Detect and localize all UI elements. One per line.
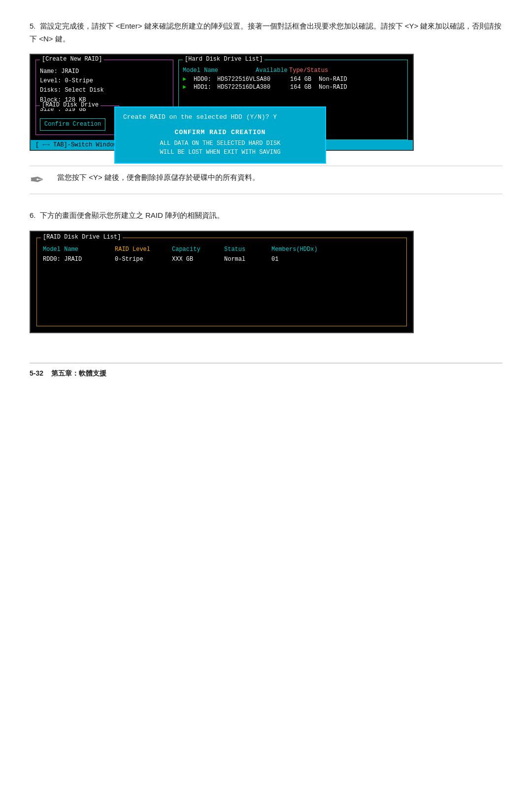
hdd1-drive: HDD1:	[194, 84, 213, 91]
row-cap: XXX GB	[172, 256, 216, 263]
screenshot2: [RAID Disk Drive List] Model Name RAID L…	[30, 231, 414, 333]
col-model-head: Model Name	[43, 246, 107, 253]
hdd0-drive: HDD0:	[194, 76, 213, 83]
dialog-prompt-text: Create RAID on the selected HDD (Y/N)? Y	[123, 113, 317, 121]
col-type-header: Type/Status	[289, 67, 328, 74]
footer-chapter: 第五章：軟體支援	[51, 369, 106, 377]
hdd0-avail: 164 GB	[290, 76, 315, 83]
raid-list-row: RDD0: JRAID 0-Stripe XXX GB Normal 01	[43, 256, 400, 263]
row-model: RDD0: JRAID	[43, 256, 107, 263]
col-cap-head: Capacity	[172, 246, 216, 253]
row-level: 0-Stripe	[115, 256, 164, 263]
screenshot1: [Create New RAID] Name: JRAID Level: 0-S…	[30, 54, 414, 151]
step6-number: 6.	[30, 211, 36, 219]
hdd-table-header: Model Name Available Type/Status	[183, 67, 403, 74]
footer-page: 5-32	[30, 369, 43, 377]
confirm-dialog: Create RAID on the selected HDD (Y/N)? Y…	[114, 106, 326, 164]
page-footer: 5-32 第五章：軟體支援	[30, 363, 502, 378]
page-content: 5. 當設定完成後，請按下 <Enter> 鍵來確認您所建立的陣列設置。接著一個…	[30, 20, 502, 378]
raid-disks: Disks: Select Disk	[40, 86, 169, 95]
note-box: ✒ 當您按下 <Y> 鍵後，便會刪除掉原儲存於硬碟中的所有資料。	[30, 166, 502, 194]
col-model-header: Model Name	[183, 67, 252, 74]
step5-body: 當設定完成後，請按下 <Enter> 鍵來確認您所建立的陣列設置。接著一個對話框…	[30, 22, 501, 43]
col-status-head: Status	[224, 246, 264, 253]
hdd1-row: ► HDD1: HDS722516DLA380 164 GB Non-RAID	[183, 84, 403, 91]
raid-level: Level: 0-Stripe	[40, 76, 169, 86]
dialog-confirm-title: CONFIRM RAID CREATION	[123, 129, 317, 136]
dialog-warning: ALL DATA ON THE SELECTED HARD DISK WILL …	[123, 139, 317, 157]
row-status: Normal	[224, 256, 264, 263]
hdd0-model: HDS722516VLSA80	[217, 76, 286, 83]
hdd-list-title: [Hard Disk Drive List]	[183, 56, 265, 63]
hdd0-row: ► HDD0: HDS722516VLSA80 164 GB Non-RAID	[183, 76, 403, 83]
note-text: 當您按下 <Y> 鍵後，便會刪除掉原儲存於硬碟中的所有資料。	[57, 171, 260, 184]
hdd-table: Model Name Available Type/Status ► HDD0:…	[183, 67, 403, 91]
hdd1-avail: 164 GB	[290, 84, 315, 91]
row-members: 01	[271, 256, 278, 263]
raid-name: Name: JRAID	[40, 67, 169, 76]
hdd0-arrow: ►	[183, 76, 190, 83]
note-icon: ✒	[30, 171, 49, 189]
raid-disk-drive-panel: [RAID Disk Drive	[35, 105, 119, 135]
raid-list-panel: [RAID Disk Drive List] Model Name RAID L…	[36, 238, 407, 326]
dialog-warning-line1: ALL DATA ON THE SELECTED HARD DISK	[160, 140, 281, 147]
col-available-header: Available	[256, 67, 285, 74]
step6-section: 6. 下方的畫面便會顯示您所建立之 RAID 陣列的相關資訊。 [RAID Di…	[30, 209, 502, 333]
hdd1-type: Non-RAID	[319, 84, 347, 91]
step6-text: 6. 下方的畫面便會顯示您所建立之 RAID 陣列的相關資訊。	[30, 209, 502, 222]
hdd1-model: HDS722516DLA380	[217, 84, 286, 91]
dialog-warning-line2: WILL BE LOST WHEN EXIT WITH SAVING	[160, 149, 281, 156]
hdd1-arrow: ►	[183, 84, 190, 91]
screen1-body: [Create New RAID] Name: JRAID Level: 0-S…	[31, 55, 413, 140]
col-members-head: Members(HDDx)	[271, 246, 318, 253]
step6-body: 下方的畫面便會顯示您所建立之 RAID 陣列的相關資訊。	[40, 211, 224, 219]
create-new-raid-title: [Create New RAID]	[40, 56, 104, 63]
status-tab: [ ←→ TAB]-Switch Window	[35, 141, 117, 148]
raid-list-panel-title: [RAID Disk Drive List]	[41, 234, 123, 241]
step5-number: 5.	[30, 22, 36, 30]
col-level-head: RAID Level	[115, 246, 164, 253]
step5-text: 5. 當設定完成後，請按下 <Enter> 鍵來確認您所建立的陣列設置。接著一個…	[30, 20, 502, 45]
hdd0-type: Non-RAID	[319, 76, 347, 83]
raid-list-header: Model Name RAID Level Capacity Status Me…	[43, 246, 400, 253]
raid-disk-drive-title: [RAID Disk Drive	[40, 102, 100, 108]
step5-section: 5. 當設定完成後，請按下 <Enter> 鍵來確認您所建立的陣列設置。接著一個…	[30, 20, 502, 194]
